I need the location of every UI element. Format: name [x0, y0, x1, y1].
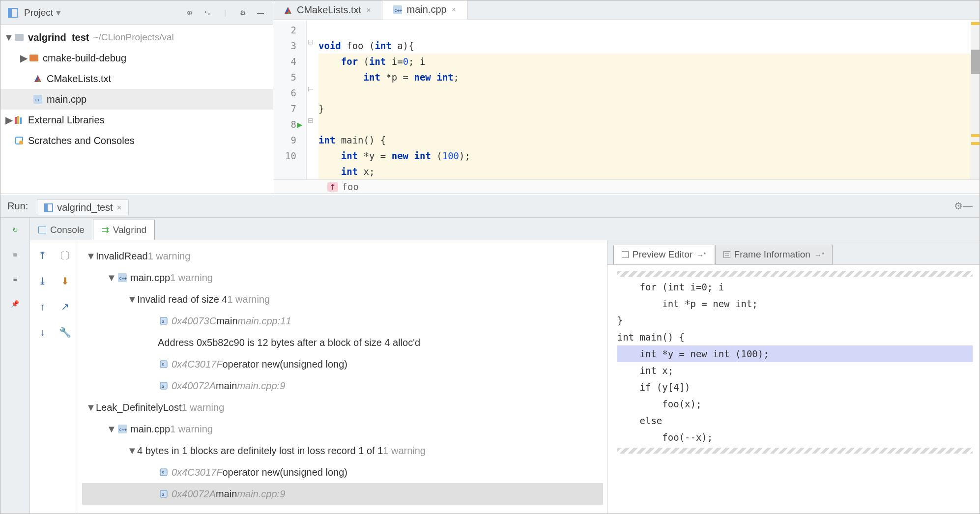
- editor-body[interactable]: 2345678▶910 ⊟ ⊢ ⊟ void foo (int a){ for …: [273, 20, 980, 179]
- editor-breadcrumb[interactable]: f foo: [273, 179, 980, 194]
- svg-text:s: s: [162, 491, 164, 497]
- autoscroll-source-icon[interactable]: 〔〕: [55, 244, 75, 267]
- fold-strip[interactable]: ⊟ ⊢ ⊟: [307, 20, 318, 179]
- preview-code[interactable]: for (int i=0; i int *p = new int;}int ma…: [607, 265, 980, 514]
- svg-rect-2: [15, 34, 24, 41]
- editor-tab-main[interactable]: c++ main.cpp ×: [382, 0, 468, 20]
- valgrind-toolbar: ⤒ 〔〕 ⤓ ⬇ ↑ ↗ ↓ 🔧: [30, 240, 78, 514]
- svg-rect-11: [20, 117, 22, 124]
- collapse-all-icon[interactable]: ⤓: [33, 270, 52, 292]
- project-title[interactable]: Project ▾: [24, 7, 61, 18]
- prev-icon[interactable]: ↑: [33, 295, 52, 318]
- svg-text:c++: c++: [34, 97, 42, 102]
- target-icon[interactable]: ⊕: [183, 6, 196, 19]
- valgrind-row[interactable]: ▼InvalidRead 1 warning: [82, 245, 603, 267]
- warning-marker[interactable]: [971, 22, 980, 25]
- editor-tabs: CMakeLists.txt × c++ main.cpp ×: [273, 0, 980, 20]
- cmake-icon: [284, 6, 292, 14]
- valgrind-row[interactable]: ▼c++main.cpp 1 warning: [82, 418, 603, 440]
- svg-text:c++: c++: [119, 427, 127, 432]
- chevron-right-icon[interactable]: ▶: [4, 114, 13, 126]
- close-icon[interactable]: ×: [366, 6, 371, 15]
- run-config-tab[interactable]: valgrind_test ×: [37, 200, 129, 215]
- tree-item-cpp[interactable]: c++ main.cpp: [0, 89, 273, 110]
- function-badge-icon: f: [327, 182, 338, 192]
- hide-icon[interactable]: —: [963, 200, 973, 212]
- tab-frame-info[interactable]: Frame Information →": [715, 245, 833, 264]
- fold-start-icon[interactable]: ⊟: [308, 116, 314, 124]
- project-tool-window: Project ▾ ⊕ ⇆ | ⚙ — ▼ valgrind_test ~/CL…: [0, 0, 273, 194]
- valgrind-preview: Preview Editor →" Frame Information →" f…: [607, 240, 980, 514]
- tab-preview-editor[interactable]: Preview Editor →": [613, 245, 715, 264]
- project-tree[interactable]: ▼ valgrind_test ~/CLionProjects/val ▶ cm…: [0, 25, 273, 194]
- svg-rect-3: [29, 55, 38, 61]
- code-area[interactable]: void foo (int a){ for (int i=0; i int *p…: [318, 20, 971, 179]
- valgrind-row[interactable]: Address 0x5b82c90 is 12 bytes after a bl…: [82, 332, 603, 353]
- fold-end-icon[interactable]: ⊢: [308, 85, 314, 93]
- run-label: Run:: [7, 200, 28, 212]
- svg-rect-9: [15, 117, 17, 124]
- open-external-icon[interactable]: ↗: [55, 295, 75, 318]
- tab-console[interactable]: Console: [30, 220, 93, 240]
- fold-zigzag-icon: [617, 448, 973, 454]
- editor-tab-cmake[interactable]: CMakeLists.txt ×: [273, 0, 382, 20]
- tab-valgrind[interactable]: ⇉ Valgrind: [93, 220, 155, 240]
- rerun-icon[interactable]: ↻: [8, 223, 23, 237]
- export-icon[interactable]: ⬇: [55, 270, 75, 292]
- warning-marker[interactable]: [971, 142, 980, 145]
- tree-root[interactable]: ▼ valgrind_test ~/CLionProjects/val: [0, 27, 273, 48]
- expand-all-icon[interactable]: ⤒: [33, 244, 52, 267]
- next-icon[interactable]: ↓: [33, 321, 52, 343]
- tree-item-scratches[interactable]: Scratches and Consoles: [0, 130, 273, 151]
- gear-icon[interactable]: ⚙: [236, 6, 249, 19]
- pin-icon[interactable]: 📌: [8, 296, 23, 311]
- stop-icon[interactable]: ■: [8, 247, 23, 262]
- editor-gutter[interactable]: 2345678▶910: [273, 20, 307, 179]
- valgrind-row[interactable]: s0x4C3017F operator new(unsigned long): [82, 353, 603, 375]
- svg-text:s: s: [162, 318, 164, 324]
- chevron-right-icon[interactable]: ▶: [19, 52, 28, 64]
- valgrind-row[interactable]: s0x40072A main main.cpp:9: [82, 375, 603, 397]
- tree-item-cmake[interactable]: CMakeLists.txt: [0, 68, 273, 89]
- error-stripe[interactable]: [971, 20, 980, 179]
- valgrind-row[interactable]: s0x4C3017F operator new(unsigned long): [82, 461, 603, 483]
- tree-item-external-libs[interactable]: ▶ External Libraries: [0, 110, 273, 130]
- preview-tabs: Preview Editor →" Frame Information →": [607, 240, 980, 265]
- run-config-icon: [44, 203, 53, 212]
- svg-rect-20: [45, 204, 48, 212]
- fold-zigzag-icon: [617, 271, 973, 277]
- settings-icon[interactable]: 🔧: [55, 321, 75, 343]
- frame-info-icon: [723, 251, 730, 258]
- breadcrumb-label[interactable]: foo: [342, 181, 359, 192]
- cmake-icon: [32, 75, 44, 83]
- svg-text:s: s: [162, 383, 164, 389]
- warning-marker[interactable]: [971, 134, 980, 137]
- svg-rect-10: [17, 116, 19, 124]
- fold-start-icon[interactable]: ⊟: [308, 38, 314, 46]
- close-icon[interactable]: ×: [117, 203, 121, 212]
- valgrind-row[interactable]: ▼Leak_DefinitelyLost 1 warning: [82, 397, 603, 418]
- valgrind-row[interactable]: s0x40073C main main.cpp:11: [82, 310, 603, 332]
- chevron-down-icon[interactable]: ▼: [4, 32, 13, 43]
- divider-icon: |: [219, 6, 231, 19]
- project-view-icon: [6, 6, 19, 19]
- hide-icon[interactable]: —: [254, 6, 267, 19]
- valgrind-row[interactable]: ▼Invalid read of size 4 1 warning: [82, 288, 603, 310]
- pin-arrow-icon: →": [696, 251, 706, 259]
- svg-text:s: s: [162, 470, 164, 475]
- collapse-icon[interactable]: ⇆: [201, 6, 214, 19]
- valgrind-tree[interactable]: ▼InvalidRead 1 warning▼c++main.cpp 1 war…: [78, 240, 607, 514]
- layout-icon[interactable]: ≡: [8, 272, 23, 286]
- pin-arrow-icon: →": [814, 251, 824, 259]
- run-inner-tabs: Console ⇉ Valgrind: [30, 218, 980, 240]
- close-icon[interactable]: ×: [452, 5, 456, 14]
- run-tool-body: ↻ ■ ≡ 📌 Console ⇉ Valgrind ⤒: [0, 218, 980, 514]
- svg-text:c++: c++: [394, 8, 402, 13]
- cpp-file-icon: c++: [393, 5, 402, 14]
- scroll-marker: [971, 50, 980, 74]
- valgrind-row[interactable]: ▼c++main.cpp 1 warning: [82, 267, 603, 288]
- tree-item-folder[interactable]: ▶ cmake-build-debug: [0, 48, 273, 68]
- valgrind-row[interactable]: s0x40072A main main.cpp:9: [82, 483, 603, 505]
- valgrind-row[interactable]: ▼4 bytes in 1 blocks are definitely lost…: [82, 440, 603, 461]
- gear-icon[interactable]: ⚙: [954, 200, 963, 212]
